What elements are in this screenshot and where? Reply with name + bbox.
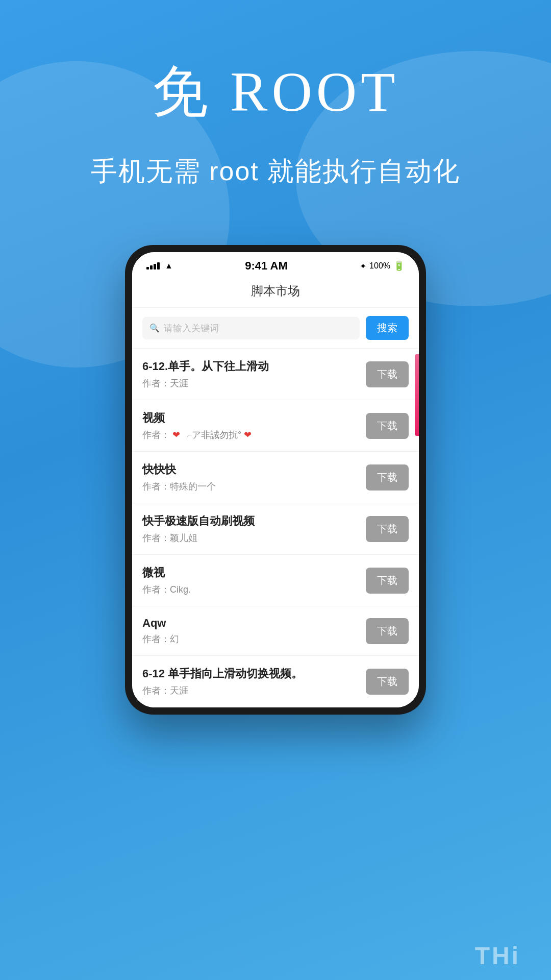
- download-button-5[interactable]: 下载: [366, 568, 409, 594]
- script-list: 6-12.单手。从下往上滑动 作者：天涯 下载 视频 作者： ❤ ╭ア非誠勿扰°…: [132, 349, 419, 707]
- script-info-2: 视频 作者： ❤ ╭ア非誠勿扰° ❤: [142, 410, 366, 441]
- script-info-3: 快快快 作者：特殊的一个: [142, 462, 366, 493]
- script-author-7: 作者：天涯: [142, 684, 366, 697]
- download-button-4[interactable]: 下载: [366, 516, 409, 542]
- script-item-1: 6-12.单手。从下往上滑动 作者：天涯 下载: [132, 349, 419, 400]
- script-name-7: 6-12 单手指向上滑动切换视频。: [142, 666, 366, 681]
- bottom-label: THi: [475, 942, 520, 970]
- script-info-7: 6-12 单手指向上滑动切换视频。 作者：天涯: [142, 666, 366, 697]
- download-button-3[interactable]: 下载: [366, 464, 409, 491]
- script-author-5: 作者：Cikg.: [142, 583, 366, 596]
- script-info-6: Aqw 作者：幻: [142, 617, 366, 645]
- phone-screen: ▲ 9:41 AM ✦ 100% 🔋 脚本市场 🔍 请输入关键词 搜索: [132, 252, 419, 707]
- script-item-6: Aqw 作者：幻 下载: [132, 606, 419, 656]
- script-name-6: Aqw: [142, 617, 366, 630]
- status-bar: ▲ 9:41 AM ✦ 100% 🔋: [132, 252, 419, 277]
- signal-icon: [146, 262, 160, 270]
- script-item-4: 快手极速版自动刷视频 作者：颖儿姐 下载: [132, 503, 419, 555]
- script-info-5: 微视 作者：Cikg.: [142, 565, 366, 596]
- search-icon: 🔍: [149, 323, 160, 333]
- script-author-6: 作者：幻: [142, 633, 366, 645]
- battery-icon: 🔋: [393, 260, 405, 272]
- wifi-icon: ▲: [165, 261, 173, 271]
- phone-frame: ▲ 9:41 AM ✦ 100% 🔋 脚本市场 🔍 请输入关键词 搜索: [125, 245, 426, 715]
- author-emoji-heart2: ❤: [244, 430, 252, 440]
- search-button[interactable]: 搜索: [366, 316, 409, 340]
- script-name-5: 微视: [142, 565, 366, 580]
- script-author-2: 作者： ❤ ╭ア非誠勿扰° ❤: [142, 429, 366, 441]
- script-item-7: 6-12 单手指向上滑动切换视频。 作者：天涯 下载: [132, 656, 419, 707]
- status-time: 9:41 AM: [245, 259, 288, 273]
- script-item-2: 视频 作者： ❤ ╭ア非誠勿扰° ❤ 下载: [132, 400, 419, 452]
- script-name-2: 视频: [142, 410, 366, 426]
- script-info-4: 快手极速版自动刷视频 作者：颖儿姐: [142, 513, 366, 544]
- hero-section: 免 ROOT 手机无需 root 就能执行自动化: [0, 0, 551, 189]
- script-name-1: 6-12.单手。从下往上滑动: [142, 359, 366, 374]
- phone-mockup: ▲ 9:41 AM ✦ 100% 🔋 脚本市场 🔍 请输入关键词 搜索: [125, 245, 426, 715]
- download-button-6[interactable]: 下载: [366, 618, 409, 644]
- script-item-3: 快快快 作者：特殊的一个 下载: [132, 452, 419, 503]
- author-emoji-heart1: ❤: [172, 430, 180, 440]
- script-name-4: 快手极速版自动刷视频: [142, 513, 366, 529]
- search-placeholder-text: 请输入关键词: [164, 322, 219, 334]
- script-name-3: 快快快: [142, 462, 366, 477]
- download-button-1[interactable]: 下载: [366, 361, 409, 387]
- hero-title: 免 ROOT: [0, 61, 551, 123]
- script-item-5: 微视 作者：Cikg. 下载: [132, 555, 419, 606]
- script-author-1: 作者：天涯: [142, 377, 366, 389]
- right-edge-decoration: [415, 354, 419, 436]
- status-right: ✦ 100% 🔋: [360, 260, 405, 272]
- battery-percent: 100%: [369, 261, 390, 271]
- status-left: ▲: [146, 261, 173, 271]
- script-info-1: 6-12.单手。从下往上滑动 作者：天涯: [142, 359, 366, 389]
- download-button-2[interactable]: 下载: [366, 413, 409, 439]
- download-button-7[interactable]: 下载: [366, 669, 409, 695]
- search-input-wrap[interactable]: 🔍 请输入关键词: [142, 317, 360, 339]
- app-title: 脚本市场: [132, 277, 419, 308]
- script-author-3: 作者：特殊的一个: [142, 480, 366, 493]
- search-section: 🔍 请输入关键词 搜索: [132, 308, 419, 349]
- hero-subtitle: 手机无需 root 就能执行自动化: [0, 154, 551, 189]
- script-author-4: 作者：颖儿姐: [142, 532, 366, 544]
- bluetooth-icon: ✦: [360, 261, 366, 271]
